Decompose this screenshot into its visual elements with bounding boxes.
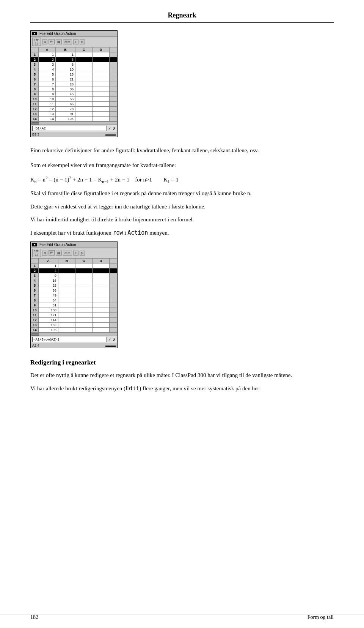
ss1-cell-c12[interactable] — [75, 107, 92, 112]
ss1-cell-b10[interactable]: 55 — [56, 97, 75, 102]
ss1-cell-a4[interactable]: 4 — [39, 67, 56, 72]
ss2-cell-d6[interactable] — [92, 288, 109, 293]
ss2-cell-b1[interactable] — [58, 264, 75, 268]
ss2-btn6[interactable]: ↕ — [73, 251, 78, 256]
ss1-cell-d11[interactable] — [92, 102, 109, 107]
ss2-cell-a14[interactable]: 196 — [39, 328, 58, 333]
ss1-cell-b11[interactable]: 66 — [56, 102, 75, 107]
ss1-btn7[interactable]: ▷ — [80, 39, 85, 44]
ss2-cell-a2[interactable]: 4 — [39, 268, 58, 273]
ss1-btn1[interactable]: 0.5↑1↓ — [32, 38, 41, 46]
ss1-cell-c3[interactable] — [75, 62, 92, 67]
ss2-cell-c10[interactable] — [75, 308, 92, 313]
ss2-cell-c7[interactable] — [75, 293, 92, 298]
ss2-cell-a6[interactable]: 36 — [39, 288, 58, 293]
ss1-cell-d12[interactable] — [92, 107, 109, 112]
ss2-cell-d7[interactable] — [92, 293, 109, 298]
ss1-cell-d6[interactable] — [92, 77, 109, 82]
ss2-cell-c4[interactable] — [75, 278, 92, 283]
ss1-cell-a10[interactable]: 10 — [39, 97, 56, 102]
ss2-cancel[interactable]: ✗ — [113, 338, 116, 342]
ss1-btn5[interactable]: ▭▭ — [63, 39, 72, 44]
ss1-btn2[interactable]: B — [42, 39, 47, 44]
ss2-cell-d4[interactable] — [92, 278, 109, 283]
ss2-cell-a4[interactable]: 16 — [39, 278, 58, 283]
ss1-cell-d13[interactable] — [92, 112, 109, 117]
ss1-cell-c7[interactable] — [75, 82, 92, 87]
ss1-cell-b6[interactable]: 21 — [56, 77, 75, 82]
ss2-cell-c5[interactable] — [75, 283, 92, 288]
ss1-cell-d2[interactable] — [92, 57, 109, 62]
ss1-cell-c2[interactable] — [75, 57, 92, 62]
ss1-cell-b14[interactable]: 105 — [56, 117, 75, 121]
ss1-scrollbar[interactable] — [31, 121, 117, 125]
ss1-cell-b12[interactable]: 78 — [56, 107, 75, 112]
ss2-cell-c2[interactable] — [75, 268, 92, 273]
ss1-cell-d5[interactable] — [92, 72, 109, 77]
ss1-cell-b7[interactable]: 28 — [56, 82, 75, 87]
ss2-cell-b6[interactable] — [58, 288, 75, 293]
ss1-cell-d14[interactable] — [92, 117, 109, 121]
ss2-cell-a13[interactable]: 169 — [39, 323, 58, 328]
ss2-cell-d2[interactable] — [92, 268, 109, 273]
ss1-cell-c6[interactable] — [75, 77, 92, 82]
ss1-cell-c1[interactable] — [75, 52, 92, 57]
ss1-btn3[interactable]: 𝑓∞ — [49, 39, 55, 44]
ss2-cell-b10[interactable] — [58, 308, 75, 313]
ss2-btn1[interactable]: 0.5↑1↓ — [32, 249, 41, 257]
ss1-cell-a1[interactable]: 1 — [39, 52, 56, 57]
ss1-cell-b3[interactable]: 6 — [56, 62, 75, 67]
ss1-cell-b9[interactable]: 45 — [56, 92, 75, 97]
ss1-formula-input[interactable]: =B1+A2 — [32, 126, 107, 131]
ss2-formula-input[interactable]: =A1+2·row(A2)-1 — [32, 337, 107, 342]
ss2-cell-d11[interactable] — [92, 313, 109, 318]
ss2-cell-c6[interactable] — [75, 288, 92, 293]
ss2-btn4[interactable]: ▤ — [56, 251, 62, 256]
ss1-cell-c9[interactable] — [75, 92, 92, 97]
ss2-confirm[interactable]: ✓ — [108, 338, 111, 342]
ss1-cell-a6[interactable]: 6 — [39, 77, 56, 82]
ss2-cell-d13[interactable] — [92, 323, 109, 328]
ss1-cell-a3[interactable]: 3 — [39, 62, 56, 67]
ss2-scrollbar[interactable] — [31, 333, 117, 336]
ss1-cell-a12[interactable]: 12 — [39, 107, 56, 112]
ss2-cell-d8[interactable] — [92, 298, 109, 303]
ss2-cell-a8[interactable]: 64 — [39, 298, 58, 303]
ss1-cell-d7[interactable] — [92, 82, 109, 87]
ss2-cell-b4[interactable] — [58, 278, 75, 283]
ss2-cell-a5[interactable]: 25 — [39, 283, 58, 288]
ss2-cell-b3[interactable] — [58, 273, 75, 278]
ss2-cell-a7[interactable]: 49 — [39, 293, 58, 298]
ss1-cell-b5[interactable]: 15 — [56, 72, 75, 77]
ss2-cell-b9[interactable] — [58, 303, 75, 308]
ss1-cell-d10[interactable] — [92, 97, 109, 102]
ss2-cell-c13[interactable] — [75, 323, 92, 328]
ss1-cell-b8[interactable]: 36 — [56, 87, 75, 92]
ss2-cell-d14[interactable] — [92, 328, 109, 333]
ss2-cell-c9[interactable] — [75, 303, 92, 308]
ss1-cell-a5[interactable]: 5 — [39, 72, 56, 77]
ss1-menubar[interactable]: ▼ File Edit Graph Action — [31, 31, 117, 37]
ss1-cell-c11[interactable] — [75, 102, 92, 107]
ss1-cell-a2[interactable]: 2 — [39, 57, 56, 62]
ss2-cell-c11[interactable] — [75, 313, 92, 318]
ss1-cell-c13[interactable] — [75, 112, 92, 117]
ss1-cell-a8[interactable]: 8 — [39, 87, 56, 92]
ss1-cell-c5[interactable] — [75, 72, 92, 77]
ss1-cell-a13[interactable]: 13 — [39, 112, 56, 117]
ss2-cell-b2[interactable] — [58, 268, 75, 273]
ss2-cell-b12[interactable] — [58, 318, 75, 323]
ss2-cell-b7[interactable] — [58, 293, 75, 298]
ss2-btn5[interactable]: ▭▭ — [63, 251, 72, 256]
ss1-cell-a11[interactable]: 11 — [39, 102, 56, 107]
ss2-cell-d3[interactable] — [92, 273, 109, 278]
ss2-cell-d5[interactable] — [92, 283, 109, 288]
ss1-cell-c8[interactable] — [75, 87, 92, 92]
ss2-cell-b11[interactable] — [58, 313, 75, 318]
ss2-cell-a12[interactable]: 144 — [39, 318, 58, 323]
ss2-btn3[interactable]: 𝑓∞ — [49, 250, 55, 256]
ss1-cell-b2[interactable]: 3 — [56, 57, 75, 62]
ss1-cell-a9[interactable]: 9 — [39, 92, 56, 97]
ss2-cell-a1[interactable]: 1 — [39, 264, 58, 268]
ss1-cell-b4[interactable]: 10 — [56, 67, 75, 72]
